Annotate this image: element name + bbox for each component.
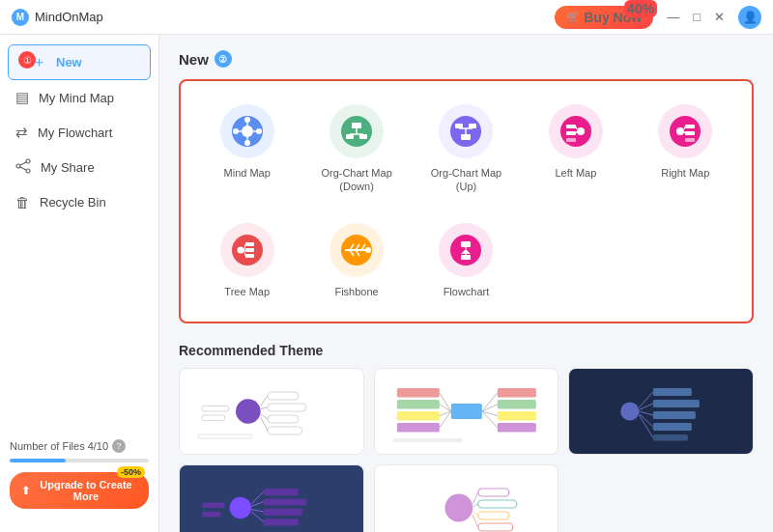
- flowchart-template-icon: [439, 223, 493, 277]
- svg-line-122: [472, 512, 478, 516]
- share-icon: [15, 158, 31, 177]
- window-maximize[interactable]: □: [693, 10, 701, 24]
- flowchart-icon: ⇄: [15, 124, 28, 141]
- svg-line-69: [261, 407, 268, 409]
- svg-rect-73: [202, 415, 225, 421]
- recycle-bin-icon: 🗑: [15, 194, 30, 210]
- svg-rect-36: [685, 125, 695, 128]
- templates-row1: Mind Map Org-Chart Map(Down): [196, 97, 736, 202]
- svg-rect-81: [497, 400, 535, 409]
- titlebar-left: M MindOnMap: [12, 9, 103, 26]
- svg-rect-37: [685, 131, 695, 135]
- svg-rect-118: [477, 512, 508, 519]
- svg-rect-22: [461, 134, 471, 140]
- svg-rect-65: [268, 404, 306, 411]
- sidebar-item-recycle-bin[interactable]: 🗑 Recycle Bin: [0, 185, 158, 219]
- user-avatar[interactable]: 👤: [738, 6, 761, 29]
- theme-card-4[interactable]: [179, 464, 364, 532]
- window-close[interactable]: ✕: [714, 10, 725, 24]
- svg-rect-79: [396, 423, 439, 433]
- svg-point-0: [26, 159, 30, 163]
- svg-rect-77: [396, 400, 439, 409]
- svg-rect-83: [497, 423, 535, 433]
- svg-rect-78: [396, 411, 439, 421]
- svg-point-8: [244, 140, 250, 146]
- svg-rect-45: [245, 254, 254, 258]
- template-right-map[interactable]: Right Map: [635, 97, 736, 202]
- svg-point-28: [577, 127, 585, 135]
- svg-rect-113: [202, 502, 225, 508]
- sidebar-item-my-share[interactable]: My Share: [0, 150, 158, 185]
- svg-point-7: [244, 117, 250, 123]
- svg-point-9: [233, 128, 239, 134]
- svg-rect-43: [245, 242, 254, 246]
- svg-rect-31: [566, 138, 576, 142]
- svg-line-123: [472, 515, 478, 527]
- svg-line-89: [481, 405, 497, 411]
- svg-rect-76: [396, 388, 439, 398]
- template-org-chart-down[interactable]: Org-Chart Map(Down): [305, 97, 407, 202]
- app-title: MindOnMap: [35, 10, 103, 24]
- sidebar-item-my-mind-map[interactable]: ▤ My Mind Map: [0, 80, 158, 115]
- svg-point-6: [242, 126, 253, 137]
- svg-rect-74: [198, 434, 252, 438]
- template-mind-map[interactable]: Mind Map: [196, 97, 298, 202]
- svg-line-121: [472, 504, 478, 507]
- svg-rect-107: [264, 509, 302, 516]
- svg-rect-94: [653, 388, 692, 396]
- new-section-title: New: [179, 51, 209, 68]
- template-org-chart-up[interactable]: Org-Chart Map (Up): [415, 97, 517, 202]
- templates-row2: Tree Map: [196, 215, 736, 306]
- svg-line-3: [20, 162, 26, 165]
- svg-line-4: [20, 167, 26, 170]
- svg-rect-38: [685, 138, 695, 142]
- theme-card-2[interactable]: [374, 368, 559, 455]
- svg-rect-95: [653, 400, 700, 407]
- window-minimize[interactable]: —: [667, 10, 679, 24]
- left-map-label: Left Map: [555, 166, 596, 180]
- svg-line-84: [439, 393, 450, 411]
- svg-rect-114: [202, 512, 221, 518]
- new-badge: ①: [18, 51, 36, 69]
- left-map-icon: [549, 104, 603, 158]
- svg-rect-80: [497, 388, 535, 398]
- sidebar-label-mind-map: My Mind Map: [39, 91, 114, 105]
- new-section-badge: ②: [215, 50, 232, 68]
- tree-map-icon: [220, 223, 274, 277]
- fishbone-icon: [329, 223, 384, 277]
- template-flowchart[interactable]: Flowchart: [415, 215, 517, 306]
- svg-rect-60: [461, 255, 471, 260]
- svg-line-112: [251, 512, 264, 521]
- buy-badge: 40%: [624, 0, 657, 17]
- sidebar-item-my-flowchart[interactable]: ⇄ My Flowchart: [0, 115, 158, 150]
- new-section-header: New ②: [179, 50, 754, 68]
- template-tree-map[interactable]: Tree Map: [196, 215, 298, 306]
- theme-card-1[interactable]: [179, 368, 364, 455]
- svg-rect-97: [653, 423, 692, 431]
- sidebar-label-share: My Share: [41, 160, 95, 175]
- help-icon[interactable]: ?: [112, 439, 126, 453]
- right-map-icon: [658, 104, 712, 158]
- main-layout: ① ＋ New ▤ My Mind Map ⇄ My Flowchart: [0, 35, 773, 532]
- svg-line-71: [261, 416, 268, 430]
- org-chart-down-icon: [329, 104, 384, 158]
- file-progress-fill: [10, 459, 66, 462]
- template-fishbone[interactable]: Fishbone: [305, 215, 407, 306]
- svg-rect-16: [352, 123, 361, 128]
- template-left-map[interactable]: Left Map: [525, 97, 626, 202]
- buy-now-button[interactable]: 🛒 Buy Now 40%: [555, 6, 653, 29]
- svg-rect-117: [477, 500, 516, 508]
- svg-line-100: [640, 404, 653, 409]
- upgrade-button[interactable]: ⬆ Upgrade to Create More -50%: [10, 472, 149, 509]
- svg-point-1: [16, 164, 20, 168]
- sidebar-label-new: New: [56, 55, 82, 70]
- theme-card-3[interactable]: [568, 368, 754, 455]
- svg-line-68: [261, 396, 268, 406]
- svg-rect-72: [202, 406, 229, 411]
- sidebar-item-new[interactable]: ① ＋ New: [8, 44, 151, 80]
- svg-rect-29: [566, 125, 576, 128]
- templates-row2-spacer: [525, 215, 736, 306]
- svg-rect-75: [450, 404, 481, 419]
- theme-card-5[interactable]: [374, 464, 559, 532]
- svg-line-111: [251, 509, 264, 511]
